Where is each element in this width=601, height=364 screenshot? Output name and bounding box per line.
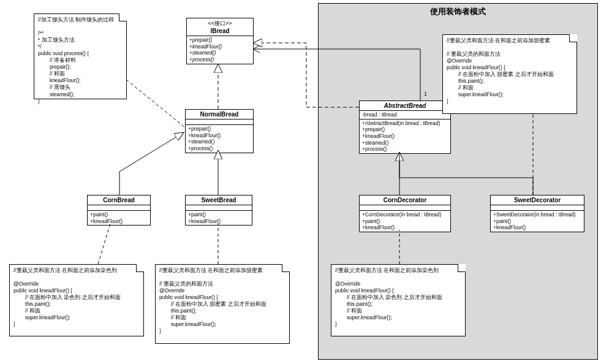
- region-title: 使用装饰者模式: [319, 6, 597, 17]
- note-sweetbread: //重载父类和面方法 在和面之前添加甜蜜素 // 重载父类的和面方法 @Over…: [155, 264, 290, 344]
- op: +prepair(): [188, 126, 251, 132]
- note-body: //加工馒头方法 制作馒头的过程 /** * 加工馒头方法 */ public …: [34, 14, 126, 107]
- op: +prepair(): [362, 126, 448, 133]
- corndecorator-name: CornDecorator: [384, 197, 427, 203]
- op: +paint(): [493, 218, 581, 225]
- normalbread-name: NormalBread: [200, 111, 239, 118]
- class-abstractbread: AbstractBread -bread : IBread +AbstractB…: [359, 100, 451, 154]
- note-cornbread: //重载父类和面方法 在和面之前添加染色剂 @Override public v…: [9, 264, 144, 336]
- op: +paint(): [188, 211, 249, 218]
- op: +kneadFlour(): [362, 133, 448, 140]
- cornbread-name: CornBread: [103, 197, 135, 203]
- note-body: //重载父类和面方法 在和面之前添加甜蜜素 // 重载父类的和面方法 @Over…: [156, 265, 289, 337]
- op: +paint(): [90, 211, 148, 218]
- op: +kneadFlour(): [362, 224, 448, 231]
- note-corndecorator: //重载父类和面方法 在和面之前添加染色剂 @Override public v…: [331, 264, 466, 336]
- op: +prepair(): [189, 37, 251, 44]
- note-process: //加工馒头方法 制作馒头的过程 /** * 加工馒头方法 */ public …: [34, 13, 127, 99]
- op: +kneadFlour(): [90, 218, 148, 225]
- ibread-name: IBread: [210, 28, 229, 34]
- op: +steamed(): [188, 138, 251, 145]
- abstractbread-name: AbstractBread: [384, 102, 426, 109]
- multiplicity-one: 1: [424, 91, 427, 97]
- op: +kneadFlour(): [189, 44, 251, 50]
- op: +process(): [362, 146, 448, 153]
- svg-line-4: [98, 224, 110, 264]
- svg-line-3: [126, 80, 185, 127]
- note-sweetdecorator: //重载父类和面方法 在和面之前添加甜蜜素 // 重载父类的和面方法 @Over…: [442, 34, 577, 114]
- ibread-stereotype: <<接口>>: [208, 20, 232, 26]
- sweetbread-name: SweetBread: [201, 197, 236, 203]
- op: +AbstractBread(in bread : IBread): [362, 120, 448, 127]
- op: +kneadFlour(): [188, 132, 251, 139]
- op: +steamed(): [189, 50, 251, 56]
- op: +steamed(): [362, 140, 448, 146]
- class-sweetdecorator: SweetDecorator +SweetDecorator(in bread …: [490, 195, 584, 232]
- class-cornbread: CornBread +paint() +kneadFlour(): [87, 195, 151, 226]
- op: +kneadFlour(): [493, 224, 581, 231]
- op: +process(): [188, 145, 251, 152]
- note-body: //重载父类和面方法 在和面之前添加甜蜜素 // 重载父类的和面方法 @Over…: [443, 35, 576, 107]
- note-body: //重载父类和面方法 在和面之前添加染色剂 @Override public v…: [10, 265, 143, 330]
- class-normalbread: NormalBread +prepair() +kneadFlour() +st…: [185, 109, 254, 153]
- op: +SweetDecorator(in bread : IBread): [493, 211, 581, 218]
- sweetdecorator-name: SweetDecorator: [514, 197, 561, 203]
- class-ibread: <<接口>>IBread +prepair() +kneadFlour() +s…: [186, 18, 254, 64]
- op: +kneadFlour(): [188, 218, 249, 225]
- op: +process(): [189, 56, 251, 63]
- op: +CornDecorator(in bread : IBread): [362, 211, 448, 218]
- class-corndecorator: CornDecorator +CornDecorator(in bread : …: [359, 195, 451, 232]
- op: +paint(): [362, 218, 448, 225]
- attr: -bread : IBread: [362, 112, 448, 118]
- class-sweetbread: SweetBread +paint() +kneadFlour(): [185, 195, 252, 226]
- note-body: //重载父类和面方法 在和面之前添加染色剂 @Override public v…: [331, 265, 465, 330]
